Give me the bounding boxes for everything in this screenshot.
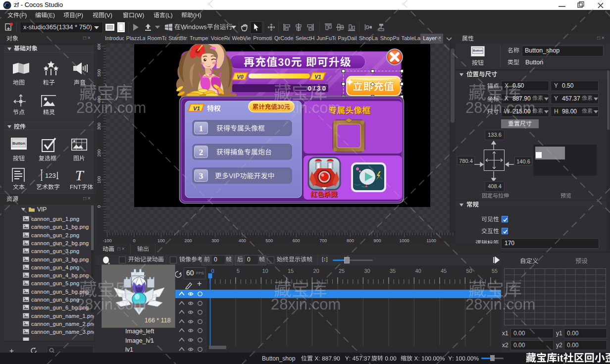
svg-text:T: T (75, 168, 85, 182)
svg-text:10: 10 (262, 268, 268, 274)
svg-text:-100: -100 (102, 238, 111, 243)
svg-text:V1: V1 (193, 105, 200, 111)
svg-text:300: 300 (211, 238, 219, 243)
svg-text:0: 0 (133, 238, 135, 243)
svg-text:400: 400 (97, 96, 102, 103)
svg-text:500: 500 (97, 69, 102, 76)
svg-text:800: 800 (347, 238, 354, 243)
svg-text:100: 100 (157, 238, 165, 243)
svg-text:1100: 1100 (426, 238, 436, 243)
svg-text:400: 400 (239, 238, 246, 243)
svg-text:15: 15 (288, 268, 294, 274)
svg-text:40: 40 (415, 268, 421, 274)
svg-text:3: 3 (199, 171, 203, 181)
svg-text:0 / 3 0: 0 / 3 0 (308, 85, 326, 92)
svg-text:500: 500 (265, 238, 273, 243)
svg-text:100: 100 (97, 176, 102, 183)
svg-text:300: 300 (97, 122, 102, 130)
svg-text:600: 600 (293, 238, 300, 243)
svg-text:900: 900 (373, 238, 381, 243)
svg-text:200: 200 (185, 238, 192, 243)
svg-text:1000: 1000 (399, 238, 409, 243)
svg-text:V1: V1 (314, 74, 321, 80)
svg-text:45: 45 (441, 268, 447, 274)
svg-text:25: 25 (339, 268, 345, 274)
svg-text:Button: Button (12, 141, 25, 146)
svg-text:123: 123 (45, 172, 56, 179)
svg-text:35: 35 (390, 268, 396, 274)
svg-text:30: 30 (364, 268, 370, 274)
svg-text:55: 55 (492, 268, 498, 274)
svg-text:700: 700 (319, 238, 327, 243)
svg-text:2: 2 (199, 148, 203, 157)
svg-text:0: 0 (211, 268, 214, 274)
svg-text:600: 600 (97, 44, 102, 50)
svg-text:20: 20 (313, 268, 319, 274)
svg-text:50: 50 (466, 268, 472, 274)
svg-text:V0: V0 (237, 74, 244, 80)
svg-text:1: 1 (199, 124, 203, 133)
svg-text:0: 0 (97, 205, 102, 208)
svg-text:200: 200 (97, 149, 102, 156)
svg-text:5: 5 (237, 268, 240, 274)
